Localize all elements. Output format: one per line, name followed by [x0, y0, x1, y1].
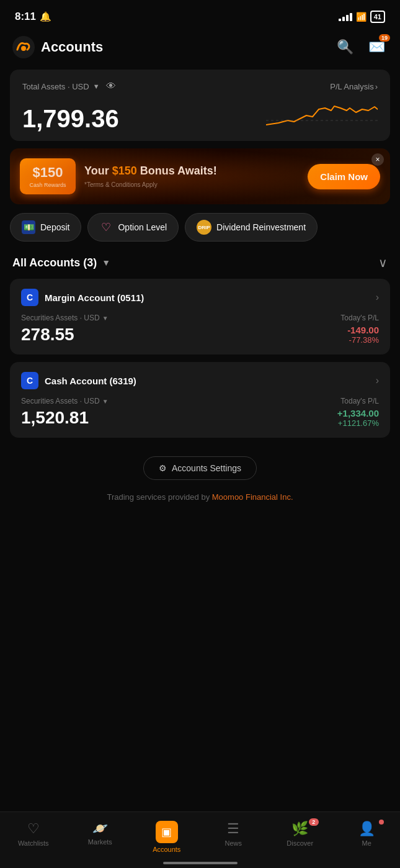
assets-header: Total Assets · USD ▼ 👁 P/L Analysis ›	[22, 81, 378, 92]
nav-me[interactable]: 👤 Me	[334, 818, 401, 856]
cash-account-chevron-icon: ›	[376, 375, 379, 386]
bottom-nav: ♡ Watchlists 🪐 Markets ▣ Accounts ☰ News…	[0, 811, 400, 868]
assets-body: 1,799.36	[22, 97, 378, 131]
app-logo	[12, 36, 35, 58]
accounts-settings-button[interactable]: ⚙ Accounts Settings	[143, 456, 257, 480]
deposit-icon: 💵	[22, 220, 35, 234]
mail-button[interactable]: ✉️ 19	[366, 37, 388, 58]
margin-account-pl: Today's P/L -149.00 -77.38%	[340, 314, 379, 345]
nav-discover[interactable]: 🌿 2 Discover	[267, 818, 334, 856]
bonus-subtitle: *Terms & Conditions Apply	[84, 181, 299, 188]
drip-icon: DRIP	[197, 220, 211, 235]
dividend-reinvestment-button[interactable]: DRIP Dividend Reinvestment	[185, 213, 318, 242]
assets-sparkline-chart	[266, 97, 378, 131]
search-icon: 🔍	[337, 39, 353, 55]
markets-label: Markets	[88, 838, 112, 846]
collapse-icon[interactable]: ∨	[378, 255, 388, 270]
cash-account-name: C Cash Account (6319)	[21, 372, 136, 389]
settings-section: ⚙ Accounts Settings	[0, 456, 400, 480]
bonus-ticket-label: Cash Rewards	[27, 182, 68, 188]
status-icons: 📶 41	[339, 11, 385, 23]
cash-account-card[interactable]: C Cash Account (6319) › Securities Asset…	[10, 362, 390, 438]
nav-watchlists[interactable]: ♡ Watchlists	[0, 818, 67, 856]
cash-account-amount: 1,520.81	[21, 408, 109, 428]
margin-account-card[interactable]: C Margin Account (0511) › Securities Ass…	[10, 279, 390, 355]
all-accounts-header: All Accounts (3) ▼ ∨	[0, 255, 400, 279]
accounts-icon: ▣	[156, 821, 178, 843]
settings-gear-icon: ⚙	[159, 463, 167, 473]
nav-news[interactable]: ☰ News	[200, 818, 267, 856]
margin-account-assets: Securities Assets · USD ▼ 278.55	[21, 314, 109, 345]
search-button[interactable]: 🔍	[334, 37, 356, 58]
bonus-title: Your $150 Bonus Awaits!	[84, 165, 299, 178]
margin-dropdown-icon: ▼	[102, 315, 109, 322]
cash-account-header: C Cash Account (6319) ›	[21, 372, 379, 389]
total-assets-card: Total Assets · USD ▼ 👁 P/L Analysis › 1,…	[10, 70, 390, 141]
margin-sub-label: Securities Assets · USD ▼	[21, 314, 109, 322]
signal-icon	[339, 13, 352, 21]
markets-icon: 🪐	[92, 821, 108, 836]
margin-account-logo: C	[21, 289, 38, 306]
discover-label: Discover	[287, 839, 313, 847]
pl-chevron-icon: ›	[375, 82, 378, 91]
me-icon: 👤	[358, 821, 375, 837]
accounts-dropdown-icon: ▼	[102, 258, 110, 268]
watchlists-label: Watchlists	[18, 839, 49, 847]
trading-services-text: Trading services provided by Moomoo Fina…	[0, 492, 400, 502]
option-level-button[interactable]: ♡ Option Level	[87, 213, 179, 242]
status-time: 8:11	[15, 11, 36, 23]
deposit-button[interactable]: 💵 Deposit	[10, 213, 81, 242]
margin-pl-pct: -77.38%	[340, 335, 379, 345]
home-indicator	[163, 862, 238, 864]
svg-point-1	[21, 46, 26, 51]
assets-dropdown-icon[interactable]: ▼	[93, 83, 100, 90]
pl-analysis-link[interactable]: P/L Analysis ›	[330, 82, 378, 91]
margin-account-header: C Margin Account (0511) ›	[21, 289, 379, 306]
notification-icon: 🔔	[40, 11, 51, 22]
nav-markets[interactable]: 🪐 Markets	[67, 818, 134, 856]
nav-accounts[interactable]: ▣ Accounts	[133, 818, 200, 856]
me-notification-dot	[379, 820, 384, 825]
cash-account-assets: Securities Assets · USD ▼ 1,520.81	[21, 397, 109, 428]
margin-account-amount: 278.55	[21, 325, 109, 345]
margin-account-name: C Margin Account (0511)	[21, 289, 144, 306]
page-title: Accounts	[41, 39, 103, 55]
action-buttons-row: 💵 Deposit ♡ Option Level DRIP Dividend R…	[0, 213, 400, 242]
bonus-text: Your $150 Bonus Awaits! *Terms & Conditi…	[84, 165, 299, 188]
claim-now-button[interactable]: Claim Now	[308, 164, 380, 189]
margin-pl-value: -149.00	[340, 325, 379, 335]
cash-dropdown-icon: ▼	[102, 398, 109, 405]
cash-account-pl: Today's P/L +1,334.00 +1121.67%	[337, 397, 379, 428]
watchlists-icon: ♡	[27, 821, 40, 837]
eye-icon[interactable]: 👁	[106, 81, 116, 92]
moomoo-link[interactable]: Moomoo Financial Inc.	[212, 492, 293, 502]
me-label: Me	[362, 839, 371, 847]
option-icon: ♡	[99, 220, 113, 234]
bonus-ticket: $150 Cash Rewards	[20, 158, 76, 194]
accounts-nav-label: Accounts	[153, 846, 180, 853]
cash-account-body: Securities Assets · USD ▼ 1,520.81 Today…	[21, 397, 379, 428]
bonus-amount: $150	[27, 165, 68, 181]
assets-label-text: Total Assets · USD	[22, 82, 89, 91]
page-header: Accounts 🔍 ✉️ 19	[0, 31, 400, 66]
assets-label: Total Assets · USD ▼ 👁	[22, 81, 116, 92]
header-left: Accounts	[12, 36, 103, 58]
assets-amount: 1,799.36	[22, 106, 119, 131]
discover-badge: 2	[309, 818, 319, 826]
news-label: News	[224, 839, 242, 847]
news-icon: ☰	[227, 821, 239, 837]
discover-icon: 🌿	[291, 821, 308, 837]
cash-pl-pct: +1121.67%	[337, 418, 379, 428]
header-right: 🔍 ✉️ 19	[334, 37, 388, 58]
cash-account-logo: C	[21, 372, 38, 389]
mail-badge: 19	[379, 34, 390, 42]
all-accounts-title[interactable]: All Accounts (3) ▼	[12, 256, 110, 269]
margin-pl-label: Today's P/L	[340, 314, 379, 322]
margin-account-body: Securities Assets · USD ▼ 278.55 Today's…	[21, 314, 379, 345]
close-banner-button[interactable]: ×	[371, 153, 384, 166]
battery-icon: 41	[370, 11, 385, 23]
cash-pl-label: Today's P/L	[337, 397, 379, 405]
status-bar: 8:11 🔔 📶 41	[0, 0, 400, 31]
cash-sub-label: Securities Assets · USD ▼	[21, 397, 109, 405]
margin-account-chevron-icon: ›	[376, 292, 379, 303]
